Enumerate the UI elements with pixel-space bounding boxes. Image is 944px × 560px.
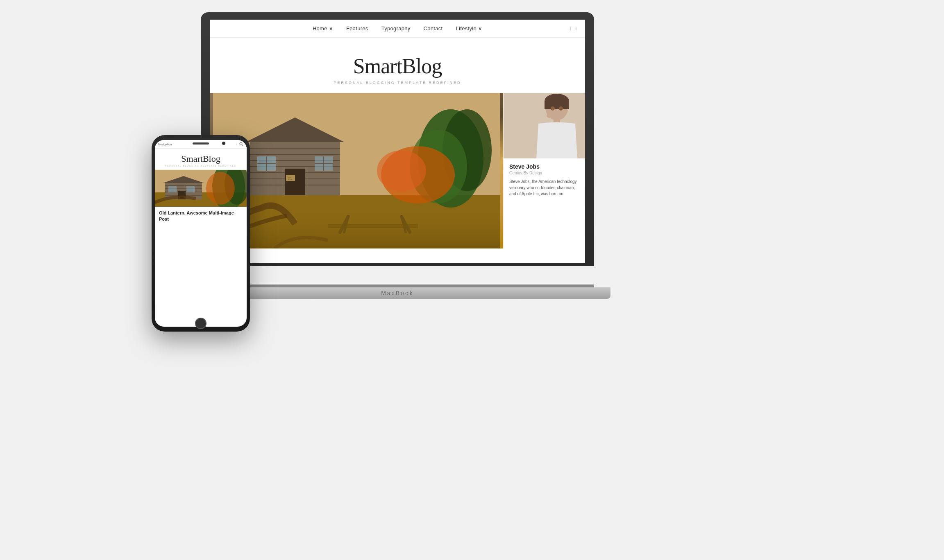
phone-camera (222, 142, 225, 145)
phone-screen: Navigation • SmartBlog PERSONAL BLOGGING… (155, 140, 247, 327)
phone-post-image (155, 170, 247, 207)
social-icons: f t (570, 25, 577, 32)
svg-rect-32 (213, 208, 500, 248)
macbook-label: MacBook (381, 290, 413, 296)
nav-item-typography[interactable]: Typography (381, 25, 411, 32)
svg-point-41 (240, 142, 242, 145)
phone-nav-icons: • (236, 142, 243, 146)
laptop-person-name: Steve Jobs (509, 163, 579, 170)
phone-nav-dot: • (236, 142, 237, 146)
phone-post-title: Old Lantern, Awesome Multi-Image Post (155, 207, 247, 224)
phone-speaker (193, 142, 209, 145)
phone-home-button[interactable] (195, 318, 206, 329)
laptop-outer-frame: Home ∨ Features Typography Contact Lifes… (201, 12, 594, 266)
phone-device: Navigation • SmartBlog PERSONAL BLOGGING… (152, 135, 250, 332)
facebook-icon[interactable]: f (570, 25, 571, 32)
phone-blog-title: SmartBlog (158, 154, 243, 164)
svg-point-38 (551, 106, 555, 111)
phone-outer-frame: Navigation • SmartBlog PERSONAL BLOGGING… (152, 135, 250, 332)
laptop-screen: Home ∨ Features Typography Contact Lifes… (210, 20, 585, 263)
laptop-person-desc: Steve Jobs, the American technology visi… (509, 178, 579, 197)
laptop-content-area: LYE SOAP (210, 93, 585, 248)
svg-rect-16 (285, 169, 305, 195)
laptop-hero-image: LYE SOAP (210, 93, 503, 248)
laptop-blog-header: SmartBlog PERSONAL BLOGGING TEMPLATE RED… (210, 38, 585, 93)
phone-blog-subtitle: PERSONAL BLOGGING TEMPLATE REDEFINED (158, 165, 243, 167)
laptop-blog-subtitle: PERSONAL BLOGGING TEMPLATE REDEFINED (218, 81, 577, 85)
svg-line-42 (242, 145, 243, 146)
laptop-side-card-body: Steve Jobs Genius By Design Steve Jobs, … (504, 158, 585, 202)
svg-point-39 (559, 106, 563, 111)
nav-item-lifestyle[interactable]: Lifestyle ∨ (456, 25, 483, 32)
laptop-device: Home ∨ Features Typography Contact Lifes… (201, 12, 594, 299)
twitter-icon[interactable]: t (575, 25, 577, 32)
laptop-side-person-image (504, 93, 585, 158)
svg-rect-56 (186, 186, 195, 192)
phone-blog-header: SmartBlog PERSONAL BLOGGING TEMPLATE RED… (155, 149, 247, 170)
phone-nav-label: Navigation (158, 143, 172, 146)
nav-item-home[interactable]: Home ∨ (313, 25, 333, 32)
nav-item-features[interactable]: Features (346, 25, 368, 32)
phone-search-icon (239, 142, 243, 146)
svg-rect-36 (545, 101, 569, 109)
site-navigation: Home ∨ Features Typography Contact Lifes… (210, 20, 585, 38)
nav-item-contact[interactable]: Contact (424, 25, 443, 32)
svg-point-6 (377, 150, 426, 191)
svg-rect-55 (168, 186, 177, 192)
laptop-person-role: Genius By Design (509, 171, 579, 175)
svg-text:SOAP: SOAP (288, 178, 293, 181)
svg-point-40 (547, 113, 555, 118)
laptop-blog-title: SmartBlog (218, 54, 577, 78)
laptop-side-card: Steve Jobs Genius By Design Steve Jobs, … (503, 93, 585, 248)
svg-point-47 (206, 172, 235, 205)
